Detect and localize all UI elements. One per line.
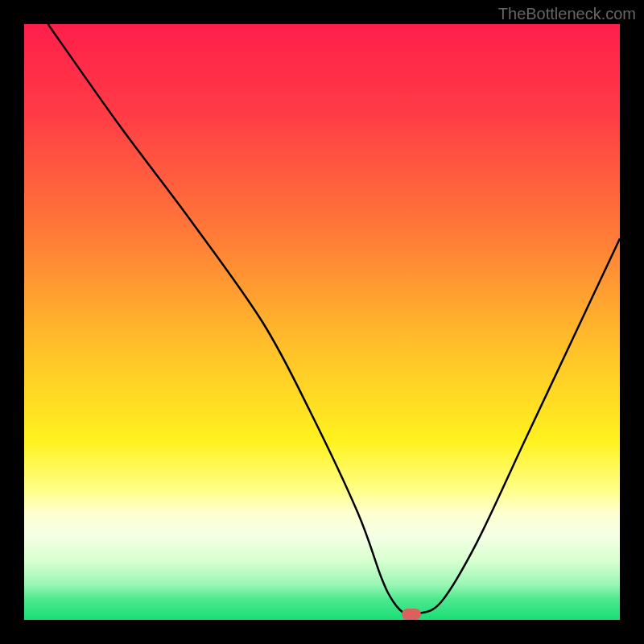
watermark-text: TheBottleneck.com <box>498 5 636 23</box>
gradient-background <box>24 24 620 620</box>
optimal-point-marker <box>402 609 421 620</box>
plot-area <box>24 24 620 620</box>
chart-frame: TheBottleneck.com <box>0 0 644 644</box>
chart-svg <box>24 24 620 620</box>
